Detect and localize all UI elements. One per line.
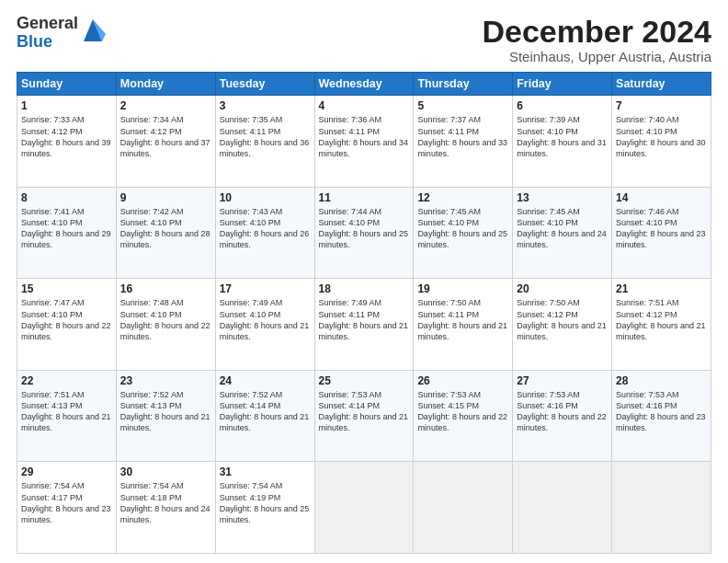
calendar-cell: 6Sunrise: 7:39 AMSunset: 4:10 PMDaylight… (513, 96, 612, 188)
cell-info: Sunrise: 7:53 AMSunset: 4:15 PMDaylight:… (417, 390, 507, 432)
calendar-cell: 14Sunrise: 7:46 AMSunset: 4:10 PMDayligh… (612, 187, 711, 279)
calendar-cell (414, 462, 513, 554)
day-number: 11 (319, 191, 410, 204)
day-number: 8 (21, 191, 112, 204)
day-number: 21 (616, 282, 707, 295)
logo-general: General (17, 15, 78, 33)
day-number: 2 (120, 99, 211, 112)
cell-info: Sunrise: 7:54 AMSunset: 4:18 PMDaylight:… (120, 481, 210, 523)
day-number: 15 (21, 282, 112, 295)
weekday-header-tuesday: Tuesday (215, 73, 314, 96)
calendar-week-4: 22Sunrise: 7:51 AMSunset: 4:13 PMDayligh… (17, 370, 711, 462)
calendar-cell: 31Sunrise: 7:54 AMSunset: 4:19 PMDayligh… (215, 462, 314, 554)
cell-info: Sunrise: 7:46 AMSunset: 4:10 PMDaylight:… (616, 207, 706, 249)
calendar-cell: 24Sunrise: 7:52 AMSunset: 4:14 PMDayligh… (215, 370, 314, 462)
cell-info: Sunrise: 7:41 AMSunset: 4:10 PMDaylight:… (21, 207, 111, 249)
cell-info: Sunrise: 7:48 AMSunset: 4:10 PMDaylight:… (120, 298, 210, 340)
calendar-cell: 22Sunrise: 7:51 AMSunset: 4:13 PMDayligh… (17, 370, 117, 462)
cell-info: Sunrise: 7:49 AMSunset: 4:10 PMDaylight:… (220, 298, 310, 340)
calendar-week-3: 15Sunrise: 7:47 AMSunset: 4:10 PMDayligh… (17, 279, 711, 371)
day-number: 18 (319, 282, 410, 295)
calendar-cell (612, 462, 711, 554)
calendar-cell: 9Sunrise: 7:42 AMSunset: 4:10 PMDaylight… (116, 187, 215, 279)
calendar-cell: 21Sunrise: 7:51 AMSunset: 4:12 PMDayligh… (612, 279, 711, 371)
cell-info: Sunrise: 7:47 AMSunset: 4:10 PMDaylight:… (21, 298, 111, 340)
calendar-cell: 27Sunrise: 7:53 AMSunset: 4:16 PMDayligh… (513, 370, 612, 462)
day-number: 3 (220, 99, 311, 112)
calendar-cell: 18Sunrise: 7:49 AMSunset: 4:11 PMDayligh… (314, 279, 414, 371)
cell-info: Sunrise: 7:52 AMSunset: 4:14 PMDaylight:… (220, 390, 310, 432)
day-number: 23 (120, 374, 211, 387)
calendar-cell: 4Sunrise: 7:36 AMSunset: 4:11 PMDaylight… (314, 96, 414, 188)
calendar-cell: 20Sunrise: 7:50 AMSunset: 4:12 PMDayligh… (513, 279, 612, 371)
day-number: 31 (220, 465, 311, 478)
calendar-cell: 23Sunrise: 7:52 AMSunset: 4:13 PMDayligh… (116, 370, 215, 462)
cell-info: Sunrise: 7:44 AMSunset: 4:10 PMDaylight:… (319, 207, 409, 249)
cell-info: Sunrise: 7:33 AMSunset: 4:12 PMDaylight:… (21, 115, 111, 157)
calendar-cell: 2Sunrise: 7:34 AMSunset: 4:12 PMDaylight… (116, 96, 215, 188)
day-number: 14 (616, 191, 707, 204)
day-number: 12 (417, 191, 508, 204)
title-block: December 2024 Steinhaus, Upper Austria, … (482, 15, 711, 64)
calendar-cell: 13Sunrise: 7:45 AMSunset: 4:10 PMDayligh… (513, 187, 612, 279)
calendar-cell: 3Sunrise: 7:35 AMSunset: 4:11 PMDaylight… (215, 96, 314, 188)
calendar-cell: 1Sunrise: 7:33 AMSunset: 4:12 PMDaylight… (17, 96, 117, 188)
calendar-cell: 19Sunrise: 7:50 AMSunset: 4:11 PMDayligh… (414, 279, 513, 371)
day-number: 27 (517, 374, 608, 387)
day-number: 25 (319, 374, 410, 387)
calendar-cell: 17Sunrise: 7:49 AMSunset: 4:10 PMDayligh… (215, 279, 314, 371)
calendar-cell: 5Sunrise: 7:37 AMSunset: 4:11 PMDaylight… (414, 96, 513, 188)
cell-info: Sunrise: 7:36 AMSunset: 4:11 PMDaylight:… (319, 115, 409, 157)
page: General Blue December 2024 Steinhaus, Up… (0, 0, 728, 563)
calendar-cell (513, 462, 612, 554)
cell-info: Sunrise: 7:50 AMSunset: 4:11 PMDaylight:… (417, 298, 507, 340)
cell-info: Sunrise: 7:51 AMSunset: 4:12 PMDaylight:… (616, 298, 706, 340)
cell-info: Sunrise: 7:45 AMSunset: 4:10 PMDaylight:… (417, 207, 507, 249)
cell-info: Sunrise: 7:34 AMSunset: 4:12 PMDaylight:… (120, 115, 210, 157)
calendar-cell: 12Sunrise: 7:45 AMSunset: 4:10 PMDayligh… (414, 187, 513, 279)
day-number: 13 (517, 191, 608, 204)
cell-info: Sunrise: 7:45 AMSunset: 4:10 PMDaylight:… (517, 207, 607, 249)
cell-info: Sunrise: 7:49 AMSunset: 4:11 PMDaylight:… (319, 298, 409, 340)
cell-info: Sunrise: 7:42 AMSunset: 4:10 PMDaylight:… (120, 207, 210, 249)
day-number: 9 (120, 191, 211, 204)
day-number: 16 (120, 282, 211, 295)
calendar-week-5: 29Sunrise: 7:54 AMSunset: 4:17 PMDayligh… (17, 462, 711, 554)
day-number: 26 (417, 374, 508, 387)
weekday-header-friday: Friday (513, 73, 612, 96)
day-number: 10 (220, 191, 311, 204)
cell-info: Sunrise: 7:53 AMSunset: 4:14 PMDaylight:… (319, 390, 409, 432)
weekday-header-sunday: Sunday (17, 73, 117, 96)
calendar-table: SundayMondayTuesdayWednesdayThursdayFrid… (17, 72, 711, 554)
calendar-week-2: 8Sunrise: 7:41 AMSunset: 4:10 PMDaylight… (17, 187, 711, 279)
day-number: 1 (21, 99, 112, 112)
weekday-header-monday: Monday (116, 73, 215, 96)
calendar-cell: 25Sunrise: 7:53 AMSunset: 4:14 PMDayligh… (314, 370, 414, 462)
day-number: 29 (21, 465, 112, 478)
calendar-cell: 28Sunrise: 7:53 AMSunset: 4:16 PMDayligh… (612, 370, 711, 462)
cell-info: Sunrise: 7:54 AMSunset: 4:19 PMDaylight:… (220, 481, 310, 523)
day-number: 19 (417, 282, 508, 295)
day-number: 6 (517, 99, 608, 112)
calendar-cell: 16Sunrise: 7:48 AMSunset: 4:10 PMDayligh… (116, 279, 215, 371)
logo: General Blue (17, 15, 106, 52)
month-title: December 2024 (482, 15, 711, 49)
weekday-header-saturday: Saturday (612, 73, 711, 96)
cell-info: Sunrise: 7:43 AMSunset: 4:10 PMDaylight:… (220, 207, 310, 249)
cell-info: Sunrise: 7:53 AMSunset: 4:16 PMDaylight:… (616, 390, 706, 432)
calendar-cell (314, 462, 414, 554)
day-number: 30 (120, 465, 211, 478)
day-number: 5 (417, 99, 508, 112)
cell-info: Sunrise: 7:52 AMSunset: 4:13 PMDaylight:… (120, 390, 210, 432)
calendar-cell: 30Sunrise: 7:54 AMSunset: 4:18 PMDayligh… (116, 462, 215, 554)
day-number: 24 (220, 374, 311, 387)
day-number: 4 (319, 99, 410, 112)
calendar-cell: 8Sunrise: 7:41 AMSunset: 4:10 PMDaylight… (17, 187, 117, 279)
weekday-header-row: SundayMondayTuesdayWednesdayThursdayFrid… (17, 73, 711, 96)
calendar-cell: 7Sunrise: 7:40 AMSunset: 4:10 PMDaylight… (612, 96, 711, 188)
calendar-cell: 11Sunrise: 7:44 AMSunset: 4:10 PMDayligh… (314, 187, 414, 279)
day-number: 17 (220, 282, 311, 295)
header: General Blue December 2024 Steinhaus, Up… (17, 15, 711, 64)
cell-info: Sunrise: 7:40 AMSunset: 4:10 PMDaylight:… (616, 115, 706, 157)
logo-blue: Blue (17, 33, 78, 52)
